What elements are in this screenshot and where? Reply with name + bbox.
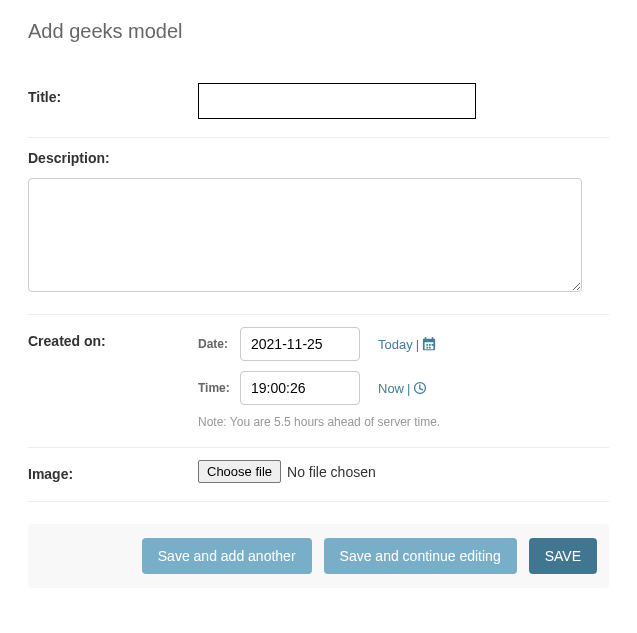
date-input[interactable] bbox=[240, 327, 360, 361]
save-continue-button[interactable]: Save and continue editing bbox=[324, 538, 517, 574]
description-textarea[interactable] bbox=[28, 178, 582, 292]
clock-icon[interactable] bbox=[413, 381, 427, 395]
created-on-control: Date: Today | Time: Now | Note: You are … bbox=[198, 327, 609, 429]
description-row: Description: bbox=[28, 138, 609, 315]
image-row: Image: Choose file No file chosen bbox=[28, 448, 609, 502]
title-input[interactable] bbox=[198, 83, 476, 119]
date-line: Date: Today | bbox=[198, 327, 609, 361]
time-sub-label: Time: bbox=[198, 381, 240, 395]
date-separator: | bbox=[416, 337, 419, 352]
image-label: Image: bbox=[28, 460, 198, 482]
time-line: Time: Now | bbox=[198, 371, 609, 405]
file-status: No file chosen bbox=[287, 464, 376, 480]
title-control bbox=[198, 83, 609, 119]
save-add-another-button[interactable]: Save and add another bbox=[142, 538, 312, 574]
image-control: Choose file No file chosen bbox=[198, 460, 609, 483]
title-label: Title: bbox=[28, 83, 198, 105]
save-button[interactable]: SAVE bbox=[529, 538, 597, 574]
today-link[interactable]: Today bbox=[378, 337, 413, 352]
description-label: Description: bbox=[28, 150, 609, 166]
submit-row: Save and add another Save and continue e… bbox=[28, 524, 609, 588]
title-row: Title: bbox=[28, 71, 609, 138]
time-separator: | bbox=[407, 381, 410, 396]
time-input[interactable] bbox=[240, 371, 360, 405]
page-title: Add geeks model bbox=[28, 20, 609, 43]
created-on-label: Created on: bbox=[28, 327, 198, 349]
choose-file-button[interactable]: Choose file bbox=[198, 460, 281, 483]
date-sub-label: Date: bbox=[198, 337, 240, 351]
now-link[interactable]: Now bbox=[378, 381, 404, 396]
timezone-note: Note: You are 5.5 hours ahead of server … bbox=[198, 415, 609, 429]
created-on-row: Created on: Date: Today | Time: Now | No… bbox=[28, 315, 609, 448]
file-input-wrap: Choose file No file chosen bbox=[198, 460, 609, 483]
calendar-icon[interactable] bbox=[422, 337, 436, 351]
